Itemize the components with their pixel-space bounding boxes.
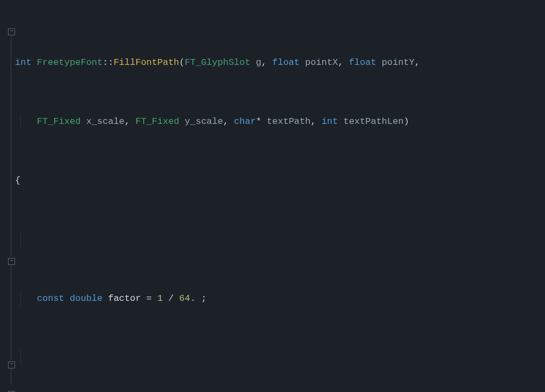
fold-toggle[interactable]: − <box>8 258 15 265</box>
code-line[interactable]: FT_Fixed x_scale, FT_Fixed y_scale, char… <box>15 114 545 129</box>
fold-toggle[interactable]: − <box>8 361 15 368</box>
code-line[interactable]: int FreetypeFont::FillFontPath(FT_GlyphS… <box>15 55 545 70</box>
code-area[interactable]: int FreetypeFont::FillFontPath(FT_GlyphS… <box>15 0 545 392</box>
code-editor[interactable]: − − − − int FreetypeFont::FillFontPath(F… <box>0 0 545 392</box>
code-line[interactable]: const double factor = 1 / 64. ; <box>15 291 545 306</box>
code-line[interactable] <box>15 232 545 247</box>
fold-toggle[interactable]: − <box>8 28 15 35</box>
fold-gutter: − − − − <box>0 0 15 392</box>
code-line[interactable] <box>15 350 545 365</box>
code-line[interactable]: { <box>15 173 545 188</box>
